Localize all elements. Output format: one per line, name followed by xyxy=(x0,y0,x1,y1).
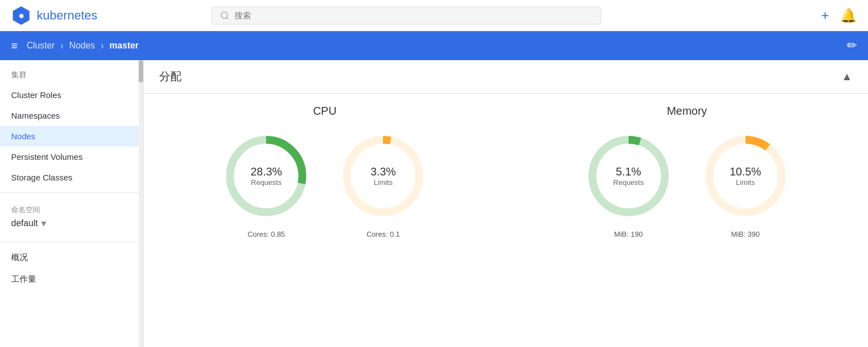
memory-chart-group: Memory 5.1% Requests xyxy=(506,105,869,238)
logo-area: ⎈ kubernetes xyxy=(11,6,97,26)
sidebar-item-namespaces[interactable]: Namespaces xyxy=(0,105,143,126)
logo-text: kubernetes xyxy=(37,8,97,23)
sidebar-divider-2 xyxy=(0,242,143,242)
scrollbar-thumb[interactable] xyxy=(139,60,143,82)
add-icon[interactable]: + xyxy=(821,8,829,23)
hamburger-menu-icon[interactable]: ≡ xyxy=(11,40,18,52)
cpu-chart-group: CPU 28.3% R xyxy=(144,105,506,238)
breadcrumb-cluster[interactable]: Cluster xyxy=(27,41,55,51)
search-input[interactable] xyxy=(234,11,594,20)
topbar: ⎈ kubernetes + 🔔 xyxy=(0,0,868,31)
namespace-section: 命名空间 default ▾ xyxy=(0,197,143,237)
cpu-requests-percent: 28.3% xyxy=(251,165,282,178)
breadcrumb-bar: ≡ Cluster › Nodes › master ✏ xyxy=(0,31,868,60)
namespace-label: 命名空间 xyxy=(11,205,132,215)
section-title: 分配 xyxy=(159,69,182,84)
breadcrumb-sep-1: › xyxy=(60,40,63,52)
memory-requests-percent: 5.1% xyxy=(613,165,644,178)
memory-requests-label: 5.1% Requests xyxy=(613,165,644,187)
svg-line-3 xyxy=(227,17,228,19)
memory-limits-chart: 10.5% Limits MiB: 390 xyxy=(698,129,793,238)
cpu-limits-donut: 3.3% Limits xyxy=(336,129,430,223)
section-header: 分配 ▲ xyxy=(144,60,868,94)
breadcrumb-master[interactable]: master xyxy=(110,41,139,51)
memory-limits-percent: 10.5% xyxy=(729,165,761,178)
memory-limits-label: 10.5% Limits xyxy=(729,165,761,187)
collapse-button[interactable]: ▲ xyxy=(841,70,852,83)
namespace-select[interactable]: default ▾ xyxy=(11,217,132,229)
memory-title: Memory xyxy=(667,105,707,118)
topbar-right: + 🔔 xyxy=(821,8,857,23)
sidebar-item-workload[interactable]: 工作量 xyxy=(0,268,143,290)
sidebar-item-nodes[interactable]: Nodes xyxy=(0,126,143,146)
sidebar-section-cluster: 集群 xyxy=(0,60,143,85)
memory-chart-pair: 5.1% Requests MiB: 190 xyxy=(581,129,793,238)
cpu-limits-label: 3.3% Limits xyxy=(370,165,396,187)
cpu-requests-donut: 28.3% Requests xyxy=(219,129,313,223)
memory-requests-type: Requests xyxy=(613,178,644,187)
k8s-logo-icon: ⎈ xyxy=(11,6,31,26)
charts-area: CPU 28.3% R xyxy=(144,94,868,244)
sidebar-item-storage-classes[interactable]: Storage Classes xyxy=(0,167,143,188)
cpu-limits-chart: 3.3% Limits Cores: 0.1 xyxy=(336,129,430,238)
cpu-requests-label: 28.3% Requests xyxy=(251,165,282,187)
cpu-title: CPU xyxy=(313,105,336,118)
svg-text:⎈: ⎈ xyxy=(19,11,24,20)
memory-requests-subtitle: MiB: 190 xyxy=(614,230,643,238)
namespace-value: default xyxy=(11,218,38,228)
cpu-requests-type: Requests xyxy=(251,178,282,187)
search-bar[interactable] xyxy=(212,7,601,25)
breadcrumb-nodes[interactable]: Nodes xyxy=(69,41,95,51)
cpu-limits-percent: 3.3% xyxy=(370,165,396,178)
scrollbar[interactable] xyxy=(139,60,143,347)
edit-icon[interactable]: ✏ xyxy=(847,38,857,53)
sidebar-item-persistent-volumes[interactable]: Persistent Volumes xyxy=(0,146,143,167)
memory-requests-chart: 5.1% Requests MiB: 190 xyxy=(581,129,676,238)
sidebar-item-cluster-roles[interactable]: Cluster Roles xyxy=(0,85,143,105)
cpu-requests-subtitle: Cores: 0.85 xyxy=(248,230,285,238)
content-area: 分配 ▲ CPU xyxy=(144,60,868,347)
search-icon xyxy=(220,11,229,21)
notification-bell-icon[interactable]: 🔔 xyxy=(840,8,857,23)
cpu-chart-pair: 28.3% Requests Cores: 0.85 xyxy=(219,129,430,238)
sidebar: 集群 Cluster Roles Namespaces Nodes Persis… xyxy=(0,60,144,347)
memory-limits-type: Limits xyxy=(729,178,761,187)
main-layout: 集群 Cluster Roles Namespaces Nodes Persis… xyxy=(0,60,868,347)
cpu-requests-chart: 28.3% Requests Cores: 0.85 xyxy=(219,129,313,238)
memory-limits-donut: 10.5% Limits xyxy=(698,129,793,223)
breadcrumb-sep-2: › xyxy=(101,40,104,52)
cpu-limits-type: Limits xyxy=(370,178,396,187)
memory-limits-subtitle: MiB: 390 xyxy=(731,230,759,238)
namespace-dropdown-arrow-icon: ▾ xyxy=(41,217,46,229)
sidebar-divider xyxy=(0,192,143,193)
svg-point-2 xyxy=(221,12,228,18)
sidebar-item-overview[interactable]: 概况 xyxy=(0,247,143,268)
cpu-limits-subtitle: Cores: 0.1 xyxy=(366,230,400,238)
memory-requests-donut: 5.1% Requests xyxy=(581,129,676,223)
